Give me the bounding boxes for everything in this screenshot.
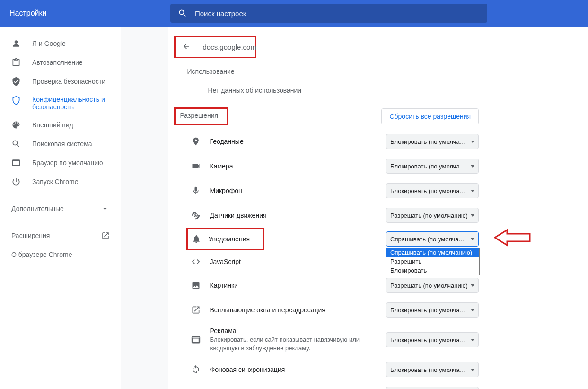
perm-label: Уведомления bbox=[209, 235, 260, 243]
perm-label: Датчики движения bbox=[210, 212, 386, 219]
perm-row-motion: Датчики движения Разрешать (по умолчанию… bbox=[168, 203, 489, 228]
sidebar-item-privacy[interactable]: Конфиденциальность и безопасность bbox=[0, 91, 117, 115]
sidebar-item-safety[interactable]: Проверка безопасности bbox=[0, 72, 117, 91]
ads-icon bbox=[191, 335, 201, 345]
perm-select-notifications[interactable]: Спрашивать (по умолчанию) Спрашивать (по… bbox=[386, 231, 479, 247]
person-icon bbox=[11, 39, 21, 48]
site-header-box: docs.google.com bbox=[174, 36, 256, 58]
sidebar-extensions-label: Расширения bbox=[11, 232, 50, 239]
sidebar-item-autofill[interactable]: Автозаполнение bbox=[0, 53, 117, 72]
usage-none: Нет данных об использовании bbox=[187, 87, 470, 94]
perm-select-bg-sync[interactable]: Блокировать (по умолчанию) bbox=[386, 362, 479, 377]
usage-label: Использование bbox=[187, 68, 470, 75]
annotation-arrow bbox=[494, 228, 532, 247]
notifications-dropdown: Спрашивать (по умолчанию) Разрешить Блок… bbox=[386, 248, 480, 275]
perm-sub: Блокировать, если сайт показывает навязч… bbox=[210, 336, 386, 353]
caret-icon bbox=[471, 190, 474, 192]
sidebar-about-label: О браузере Chrome bbox=[11, 251, 72, 258]
perm-label: Всплывающие окна и переадресация bbox=[210, 306, 386, 314]
perm-label: Картинки bbox=[210, 282, 386, 289]
popup-icon bbox=[191, 305, 201, 315]
image-icon bbox=[191, 281, 201, 290]
sidebar-item-appearance[interactable]: Внешний вид bbox=[0, 115, 117, 134]
external-icon bbox=[101, 231, 110, 240]
svg-point-0 bbox=[195, 214, 196, 216]
perm-select-ads[interactable]: Блокировать (по умолчанию) bbox=[386, 332, 479, 347]
sidebar-about[interactable]: О браузере Chrome bbox=[0, 245, 121, 264]
shield-icon bbox=[11, 96, 21, 105]
location-icon bbox=[191, 137, 201, 146]
perm-row-images: Картинки Разрешать (по умолчанию) bbox=[168, 273, 489, 298]
motion-icon bbox=[191, 211, 201, 220]
sidebar-item-label: Конфиденциальность и безопасность bbox=[32, 96, 106, 111]
sidebar-item-on-startup[interactable]: Запуск Chrome bbox=[0, 172, 117, 191]
caret-icon bbox=[471, 369, 474, 371]
sidebar-advanced-label: Дополнительные bbox=[11, 205, 64, 212]
back-button[interactable] bbox=[179, 39, 193, 55]
perm-label: Реклама bbox=[210, 327, 386, 335]
search-input[interactable] bbox=[195, 9, 480, 18]
code-icon bbox=[191, 257, 201, 266]
caret-icon bbox=[471, 165, 474, 168]
search-box[interactable] bbox=[170, 4, 487, 23]
arrow-left-icon bbox=[494, 228, 532, 247]
site-domain: docs.google.com bbox=[203, 43, 256, 51]
microphone-icon bbox=[191, 186, 201, 195]
perm-row-notifications: Уведомления bbox=[186, 228, 265, 250]
perm-label: Фоновая синхронизация bbox=[210, 366, 386, 373]
perm-row-sound: Звук Автоматически (по умолчанию) bbox=[168, 382, 489, 389]
perm-row-popups: Всплывающие окна и переадресация Блокиро… bbox=[168, 298, 489, 322]
perm-label: Геоданные bbox=[210, 138, 386, 145]
perm-row-camera: Камера Блокировать (по умолчанию) bbox=[168, 154, 489, 178]
right-panel bbox=[488, 27, 588, 389]
caret-icon bbox=[471, 309, 474, 311]
dropdown-option-ask[interactable]: Спрашивать (по умолчанию) bbox=[386, 248, 479, 257]
sidebar-item-label: Я и Google bbox=[32, 40, 66, 47]
sidebar-item-label: Автозаполнение bbox=[32, 59, 83, 66]
sidebar-item-you-google[interactable]: Я и Google bbox=[0, 34, 117, 53]
power-icon bbox=[11, 177, 21, 186]
sync-icon bbox=[191, 365, 201, 374]
reset-permissions-button[interactable]: Сбросить все разрешения bbox=[381, 108, 479, 124]
dropdown-option-block[interactable]: Блокировать bbox=[386, 266, 479, 275]
caret-icon bbox=[471, 214, 474, 217]
perm-select-sound[interactable]: Автоматически (по умолчанию) bbox=[386, 387, 479, 389]
caret-icon bbox=[471, 339, 474, 341]
perm-select-microphone[interactable]: Блокировать (по умолчанию) bbox=[386, 183, 479, 198]
caret-icon bbox=[471, 284, 474, 287]
app-header: Настройки bbox=[0, 0, 588, 27]
perm-row-bg-sync: Фоновая синхронизация Блокировать (по ум… bbox=[168, 357, 489, 382]
divider bbox=[0, 195, 121, 195]
shield-check-icon bbox=[11, 77, 21, 86]
perm-select-camera[interactable]: Блокировать (по умолчанию) bbox=[386, 159, 479, 174]
sidebar-item-label: Запуск Chrome bbox=[32, 178, 78, 186]
sidebar-item-label: Браузер по умолчанию bbox=[32, 159, 103, 167]
perm-select-popups[interactable]: Блокировать (по умолчанию) bbox=[386, 302, 479, 318]
perm-select-motion[interactable]: Разрешать (по умолчанию) bbox=[386, 208, 479, 223]
perm-label: Микрофон bbox=[210, 187, 386, 194]
sidebar-item-label: Проверка безопасности bbox=[32, 78, 105, 85]
permissions-header: Разрешения Сбросить все разрешения bbox=[168, 107, 489, 125]
main: docs.google.com Использование Нет данных… bbox=[121, 27, 588, 389]
search-icon bbox=[11, 139, 21, 149]
header-title: Настройки bbox=[9, 9, 170, 18]
arrow-back-icon bbox=[182, 42, 191, 51]
sidebar-item-default-browser[interactable]: Браузер по умолчанию bbox=[0, 153, 117, 172]
usage-section: Использование Нет данных об использовани… bbox=[168, 68, 489, 94]
sidebar-advanced[interactable]: Дополнительные bbox=[0, 199, 121, 218]
dropdown-option-allow[interactable]: Разрешить bbox=[386, 257, 479, 266]
chevron-down-icon bbox=[100, 204, 110, 213]
clipboard-icon bbox=[11, 58, 21, 67]
sidebar-item-search-engine[interactable]: Поисковая система bbox=[0, 134, 117, 153]
camera-icon bbox=[191, 161, 201, 171]
sidebar-item-label: Поисковая система bbox=[32, 140, 92, 148]
perm-select-location[interactable]: Блокировать (по умолчанию) bbox=[386, 134, 479, 149]
sidebar-extensions[interactable]: Расширения bbox=[0, 226, 121, 245]
perm-select-images[interactable]: Разрешать (по умолчанию) bbox=[386, 278, 479, 293]
palette-icon bbox=[11, 120, 21, 130]
browser-icon bbox=[11, 158, 21, 168]
content-panel: docs.google.com Использование Нет данных… bbox=[168, 27, 489, 389]
caret-icon bbox=[471, 141, 474, 143]
permissions-title: Разрешения bbox=[174, 107, 228, 125]
bell-icon bbox=[192, 234, 201, 244]
